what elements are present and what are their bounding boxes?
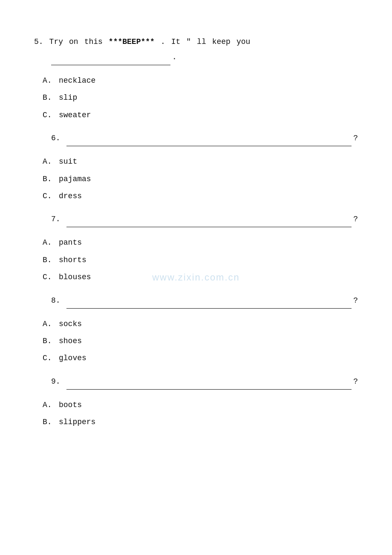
q5-option-b-letter: B. — [43, 91, 55, 104]
q5-word-keep: keep — [212, 34, 231, 49]
q6-option-a-letter: A. — [43, 155, 55, 168]
q6-option-c-letter: C. — [43, 189, 55, 203]
q8-option-a-letter: A. — [43, 317, 55, 331]
q8-option-a-text: socks — [59, 317, 82, 331]
q7-number: 7. — [51, 211, 61, 227]
q8-option-b-letter: B. — [43, 334, 55, 348]
q8-number: 8. — [51, 293, 61, 308]
q8-options: A. socks B. shoes C. gloves — [43, 317, 358, 365]
q9-end: ? — [353, 374, 358, 389]
q7-end: ? — [353, 211, 358, 227]
q7-option-c: C. blouses — [43, 270, 358, 284]
q8-blank — [66, 293, 352, 309]
q5-blank — [51, 49, 170, 65]
q6-option-b: B. pajamas — [43, 172, 358, 186]
q9-option-a: A. boots — [43, 398, 358, 412]
q5-word-quote: " — [186, 34, 191, 49]
q5-option-c-letter: C. — [43, 108, 55, 122]
question-5-line2: . — [34, 49, 358, 66]
q9-options: A. boots B. slippers — [43, 398, 358, 429]
q9-option-b-letter: B. — [43, 415, 55, 429]
q8-option-c: C. gloves — [43, 351, 358, 365]
q5-end-period: . — [172, 49, 177, 65]
q6-end: ? — [353, 130, 358, 146]
q5-word-try: Try — [49, 34, 63, 49]
q5-option-b-text: slip — [59, 91, 77, 104]
q7-options: A. pants B. shorts C. blouses — [43, 236, 358, 284]
question-9: 9. ? A. boots B. slippers — [34, 374, 358, 429]
q5-word-this: this — [84, 34, 103, 49]
q5-word-ll: ll — [197, 34, 206, 49]
q6-options: A. suit B. pajamas C. dress — [43, 155, 358, 203]
q7-option-c-letter: C. — [43, 270, 55, 284]
q7-option-a: A. pants — [43, 236, 358, 249]
question-9-line: 9. ? — [34, 374, 358, 390]
q9-option-a-text: boots — [59, 398, 82, 412]
q8-option-a: A. socks — [43, 317, 358, 331]
q7-option-b-letter: B. — [43, 253, 55, 267]
question-5-line1: 5. Try on this ***BEEP*** . It " ll keep… — [34, 34, 358, 49]
question-6: 6. ? A. suit B. pajamas C. dress — [34, 130, 358, 203]
q5-word-you: you — [236, 34, 250, 49]
q7-option-a-text: pants — [59, 236, 82, 249]
q7-option-b-text: shorts — [59, 253, 86, 267]
q5-word-on: on — [69, 34, 78, 49]
q8-option-c-text: gloves — [59, 351, 86, 365]
q6-option-c-text: dress — [59, 189, 82, 203]
question-5: 5. Try on this ***BEEP*** . It " ll keep… — [34, 34, 358, 122]
q8-option-b-text: shoes — [59, 334, 82, 348]
q7-option-c-text: blouses — [59, 270, 91, 284]
q8-option-c-letter: C. — [43, 351, 55, 365]
question-6-line: 6. ? — [34, 130, 358, 147]
q6-option-b-letter: B. — [43, 172, 55, 186]
q5-word-beep: ***BEEP*** — [109, 34, 155, 49]
q6-option-a-text: suit — [59, 155, 77, 168]
q7-blank — [66, 211, 352, 227]
q8-end: ? — [353, 293, 358, 308]
q6-option-a: A. suit — [43, 155, 358, 168]
question-8-line: 8. ? — [34, 293, 358, 309]
q6-option-b-text: pajamas — [59, 172, 91, 186]
q5-word-period: . — [161, 34, 165, 49]
q5-number: 5. — [34, 34, 43, 49]
question-7: 7. ? A. pants B. shorts C. blouses — [34, 211, 358, 284]
q7-option-a-letter: A. — [43, 236, 55, 249]
q9-option-a-letter: A. — [43, 398, 55, 412]
question-8: 8. ? A. socks B. shoes C. gloves — [34, 293, 358, 365]
q5-options: A. necklace B. slip C. sweater — [43, 74, 358, 122]
q9-number: 9. — [51, 374, 61, 389]
q7-option-b: B. shorts — [43, 253, 358, 267]
q5-option-a: A. necklace — [43, 74, 358, 87]
q9-blank — [66, 374, 352, 390]
q5-word-it: It — [171, 34, 181, 49]
q6-number: 6. — [51, 130, 61, 146]
q5-option-c-text: sweater — [59, 108, 91, 122]
q6-blank — [66, 130, 352, 146]
q5-option-a-text: necklace — [59, 74, 95, 87]
q6-option-c: C. dress — [43, 189, 358, 203]
q9-option-b-text: slippers — [59, 415, 95, 429]
question-7-line: 7. ? — [34, 211, 358, 228]
q8-option-b: B. shoes — [43, 334, 358, 348]
q5-option-b: B. slip — [43, 91, 358, 104]
q5-option-a-letter: A. — [43, 74, 55, 87]
q9-option-b: B. slippers — [43, 415, 358, 429]
q5-option-c: C. sweater — [43, 108, 358, 122]
